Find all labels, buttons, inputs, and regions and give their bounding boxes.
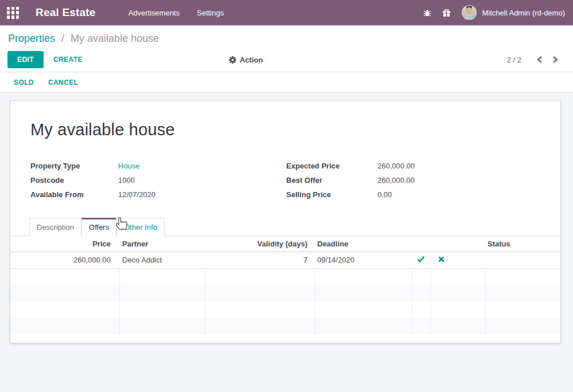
top-navbar: Real Estate Advertisements Settings (0, 0, 573, 25)
tab-offers[interactable]: Offers (81, 218, 116, 236)
offers-table: Price Partner Validity (days) Deadline S… (10, 236, 560, 335)
tab-strip: Description Offers Other Info (10, 218, 560, 236)
accept-offer-button[interactable] (412, 252, 430, 268)
form-statusbar: SOLD CANCEL (0, 72, 573, 93)
field-groups: Property Type House Postcode 1000 Availa… (30, 159, 540, 202)
edit-button[interactable]: EDIT (7, 51, 44, 68)
breadcrumb-separator: / (61, 33, 64, 44)
field-label: Available From (30, 190, 118, 199)
tab-description[interactable]: Description (29, 218, 81, 236)
offers-header-row: Price Partner Validity (days) Deadline S… (10, 236, 560, 252)
cancel-button[interactable]: CANCEL (48, 79, 78, 87)
property-type-link[interactable]: House (118, 162, 140, 170)
x-icon (438, 256, 445, 262)
refuse-offer-button[interactable] (430, 252, 485, 268)
field-value: 1000 (118, 176, 135, 185)
user-name[interactable]: Mitchell Admin (rd-demo) (482, 9, 566, 17)
action-menu-label: Action (240, 56, 263, 64)
nav-menu-settings[interactable]: Settings (196, 6, 225, 19)
field-label: Property Type (30, 162, 118, 170)
offer-partner[interactable]: Deco Addict (119, 252, 205, 268)
field-value: 260,000.00 (377, 162, 415, 170)
empty-row (10, 318, 560, 335)
field-value: 0.00 (377, 190, 392, 199)
field-label: Best Offer (286, 176, 377, 185)
user-avatar[interactable] (462, 5, 477, 20)
column-header-partner[interactable]: Partner (119, 236, 205, 252)
pager: 2 / 2 (507, 56, 573, 64)
field-label: Selling Price (286, 190, 377, 199)
column-header-validity[interactable]: Validity (days) (205, 236, 315, 252)
field-value: 260,000.00 (377, 176, 415, 185)
field-value: 12/07/2020 (118, 190, 155, 199)
field-group-right: Expected Price 260,000.00 Best Offer 260… (286, 159, 415, 202)
pager-value: 2 / 2 (507, 56, 521, 64)
offer-validity[interactable]: 7 (205, 252, 315, 268)
field-label: Postcode (30, 176, 118, 185)
offer-price[interactable]: 260,000.00 (10, 252, 119, 268)
page-title: My available house (30, 120, 540, 139)
column-header-accept (412, 236, 430, 252)
check-icon (417, 256, 425, 262)
control-panel: EDIT CREATE Action 2 / 2 (0, 48, 573, 71)
offer-deadline[interactable]: 09/14/2020 (315, 252, 412, 268)
apps-grid-icon[interactable] (7, 7, 19, 19)
field-label: Expected Price (286, 162, 377, 170)
navbar-right: Mitchell Admin (rd-demo) (423, 5, 566, 20)
offer-row[interactable]: 260,000.00 Deco Addict 7 09/14/2020 (10, 252, 560, 268)
column-header-refuse (430, 236, 485, 252)
notebook: Description Offers Other Info Price Part… (10, 218, 560, 335)
create-button[interactable]: CREATE (53, 56, 83, 64)
field-postcode: Postcode 1000 (30, 173, 286, 187)
bug-icon[interactable] (423, 9, 431, 17)
breadcrumb-current: My available house (71, 33, 159, 44)
empty-row (10, 301, 560, 318)
nav-menu-advertisements[interactable]: Advertisements (127, 6, 181, 19)
sold-button[interactable]: SOLD (14, 79, 34, 87)
column-header-price[interactable]: Price (10, 236, 119, 252)
empty-row (10, 285, 560, 301)
empty-row (10, 268, 560, 285)
field-group-left: Property Type House Postcode 1000 Availa… (30, 159, 286, 202)
app-brand[interactable]: Real Estate (36, 6, 96, 19)
field-selling-price: Selling Price 0.00 (286, 187, 415, 202)
column-header-deadline[interactable]: Deadline (315, 236, 412, 252)
nav-menus: Advertisements Settings (127, 6, 225, 19)
column-header-status[interactable]: Status (485, 236, 560, 252)
field-available-from: Available From 12/07/2020 (30, 187, 286, 202)
chevron-left-icon[interactable] (536, 56, 543, 64)
form-sheet: My available house Property Type House P… (10, 100, 561, 343)
breadcrumb-properties-link[interactable]: Properties (8, 33, 55, 44)
chevron-right-icon[interactable] (552, 56, 559, 64)
tab-other-info[interactable]: Other Info (116, 218, 165, 236)
field-best-offer: Best Offer 260,000.00 (286, 173, 415, 187)
gift-icon[interactable] (442, 9, 451, 17)
offer-status-cell (485, 252, 560, 268)
action-menu-button[interactable]: Action (229, 56, 263, 64)
field-property-type: Property Type House (30, 159, 286, 173)
breadcrumb: Properties / My available house (0, 25, 573, 48)
field-expected-price: Expected Price 260,000.00 (286, 159, 415, 173)
gear-icon (229, 56, 236, 64)
